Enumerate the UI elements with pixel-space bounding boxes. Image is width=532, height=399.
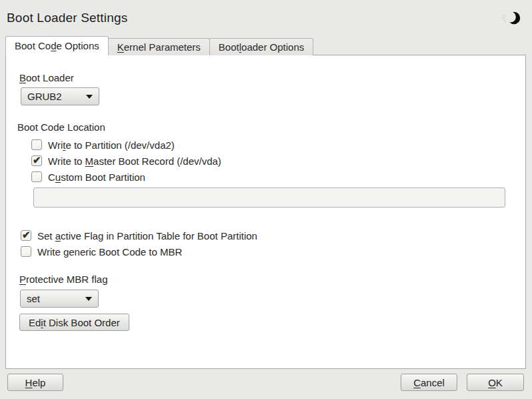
checkbox-label: Write to Partition (/dev/vda2) bbox=[48, 139, 175, 151]
edit-disk-boot-order-button[interactable]: Edit Disk Boot Order bbox=[19, 314, 129, 331]
page-title: Boot Loader Settings bbox=[7, 11, 127, 25]
tab-boot-code-options[interactable]: Boot Code Options bbox=[5, 36, 109, 55]
checkbox-label: Write to Master Boot Record (/dev/vda) bbox=[48, 155, 221, 167]
checkbox-write-to-mbr[interactable]: Write to Master Boot Record (/dev/vda) bbox=[31, 154, 221, 167]
checkbox-write-generic-code[interactable]: Write generic Boot Code to MBR bbox=[21, 245, 182, 258]
chevron-down-icon bbox=[86, 95, 93, 99]
help-button[interactable]: Help bbox=[7, 374, 63, 391]
checkbox-set-active-flag[interactable]: Set active Flag in Partition Table for B… bbox=[21, 229, 257, 242]
boot-loader-label: Boot Loader bbox=[19, 72, 74, 83]
checkbox-checked-icon[interactable] bbox=[21, 230, 31, 241]
checkbox-icon[interactable] bbox=[31, 139, 42, 150]
checkbox-write-to-partition[interactable]: Write to Partition (/dev/vda2) bbox=[31, 138, 175, 151]
chevron-down-icon bbox=[85, 297, 92, 301]
checkbox-custom-boot-partition[interactable]: Custom Boot Partition bbox=[31, 170, 145, 183]
boot-loader-settings-window: Boot Loader Settings Boot Code Options K… bbox=[0, 0, 532, 399]
checkbox-icon[interactable] bbox=[21, 246, 31, 257]
boot-code-location-label: Boot Code Location bbox=[17, 121, 105, 133]
tab-bar: Boot Code Options Kernel Parameters Boot… bbox=[5, 36, 313, 55]
ok-button[interactable]: OK bbox=[467, 374, 524, 391]
boot-loader-selected-value: GRUB2 bbox=[27, 91, 83, 102]
checkbox-label: Set active Flag in Partition Table for B… bbox=[37, 230, 257, 242]
boot-loader-select[interactable]: GRUB2 bbox=[21, 87, 99, 105]
cancel-button[interactable]: Cancel bbox=[401, 374, 457, 391]
protective-mbr-flag-select[interactable]: set bbox=[20, 290, 99, 308]
protective-mbr-selected-value: set bbox=[27, 293, 83, 304]
moon-icon bbox=[499, 8, 525, 31]
protective-mbr-flag-label: Protective MBR flag bbox=[19, 274, 108, 285]
custom-boot-partition-input[interactable] bbox=[33, 187, 505, 208]
tab-kernel-parameters[interactable]: Kernel Parameters bbox=[108, 38, 210, 55]
checkbox-checked-icon[interactable] bbox=[31, 155, 42, 166]
checkbox-label: Write generic Boot Code to MBR bbox=[37, 246, 182, 258]
checkbox-label: Custom Boot Partition bbox=[48, 171, 145, 183]
boot-code-options-panel: Boot Loader GRUB2 Boot Code Location Wri… bbox=[5, 55, 526, 369]
checkbox-icon[interactable] bbox=[31, 171, 42, 182]
tab-bootloader-options[interactable]: Bootloader Options bbox=[209, 38, 313, 55]
